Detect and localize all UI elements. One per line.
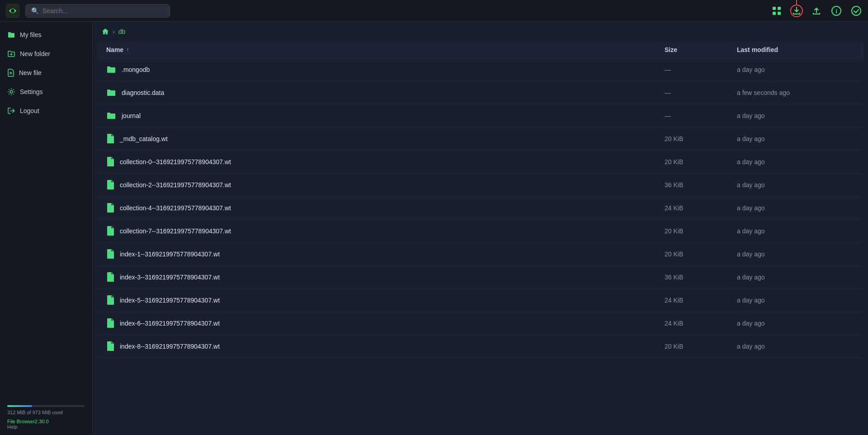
file-icon: [106, 295, 114, 305]
file-modified: a day ago: [737, 320, 854, 327]
svg-point-1: [11, 9, 14, 13]
check-button[interactable]: [850, 5, 863, 17]
file-icon: [106, 272, 114, 282]
file-icon: [106, 249, 114, 259]
file-name-cell: collection-0--3169219975778904307.wt: [106, 157, 665, 167]
svg-text:i: i: [835, 8, 837, 14]
breadcrumb-separator: ›: [113, 28, 115, 35]
sidebar-item-label: My files: [20, 31, 41, 38]
sort-arrow-icon: ↑: [126, 47, 129, 53]
file-icon: [106, 134, 114, 144]
file-size: 20 KiB: [665, 158, 737, 165]
file-size: 36 KiB: [665, 181, 737, 189]
table-row[interactable]: index-5--3169219975778904307.wt 24 KiB a…: [97, 289, 863, 312]
file-modified: a day ago: [737, 227, 854, 235]
file-name: collection-2--3169219975778904307.wt: [120, 181, 231, 189]
table-body: .mongodb — a day ago diagnostic.data — a…: [97, 58, 863, 358]
file-icon: [106, 157, 114, 167]
svg-point-8: [852, 6, 861, 15]
upload-button[interactable]: [810, 5, 823, 17]
sidebar-item-label: Settings: [20, 88, 43, 95]
file-name: index-3--3169219975778904307.wt: [120, 274, 220, 281]
file-size: 24 KiB: [665, 320, 737, 327]
download-button[interactable]: [790, 5, 803, 17]
file-size: 20 KiB: [665, 251, 737, 258]
info-button[interactable]: i: [830, 5, 843, 17]
table-row[interactable]: index-8--3169219975778904307.wt 20 KiB a…: [97, 335, 863, 358]
grid-view-button[interactable]: [770, 5, 783, 17]
file-name: diagnostic.data: [122, 89, 164, 96]
breadcrumb-home[interactable]: [102, 28, 109, 35]
sidebar-item-settings[interactable]: Settings: [0, 82, 92, 101]
help-link[interactable]: Help: [7, 424, 85, 430]
sidebar-item-new-file[interactable]: New file: [0, 63, 92, 82]
file-name-cell: index-6--3169219975778904307.wt: [106, 318, 665, 328]
table-row[interactable]: index-6--3169219975778904307.wt 24 KiB a…: [97, 312, 863, 335]
table-row[interactable]: collection-4--3169219975778904307.wt 24 …: [97, 197, 863, 220]
file-name-cell: collection-2--3169219975778904307.wt: [106, 180, 665, 190]
file-name: collection-7--3169219975778904307.wt: [120, 227, 231, 235]
folder-icon: [106, 65, 116, 75]
table-row[interactable]: index-3--3169219975778904307.wt 36 KiB a…: [97, 266, 863, 289]
file-icon: [106, 318, 114, 328]
file-modified: a day ago: [737, 112, 854, 119]
svg-rect-4: [773, 12, 776, 15]
file-table: Name ↑ Size Last modified .mongodb — a d…: [93, 42, 868, 435]
file-name: .mongodb: [122, 66, 150, 73]
file-name-cell: index-1--3169219975778904307.wt: [106, 249, 665, 259]
table-row[interactable]: _mdb_catalog.wt 20 KiB a day ago: [97, 128, 863, 151]
file-modified: a day ago: [737, 251, 854, 258]
file-name: journal: [122, 112, 141, 119]
table-row[interactable]: collection-2--3169219975778904307.wt 36 …: [97, 174, 863, 197]
settings-icon: [7, 88, 15, 96]
sidebar-item-my-files[interactable]: My files: [0, 25, 92, 44]
sidebar-item-logout[interactable]: Logout: [0, 101, 92, 120]
file-modified: a day ago: [737, 135, 854, 142]
version-label: File Browser2.30.0: [7, 419, 85, 424]
file-size: 20 KiB: [665, 343, 737, 350]
file-icon: [106, 203, 114, 213]
table-row[interactable]: index-1--3169219975778904307.wt 20 KiB a…: [97, 243, 863, 266]
file-modified: a day ago: [737, 66, 854, 73]
table-row[interactable]: collection-0--3169219975778904307.wt 20 …: [97, 151, 863, 174]
storage-label: 312 MiB of 973 MiB used: [7, 410, 85, 415]
file-modified: a day ago: [737, 158, 854, 165]
file-size: —: [665, 112, 737, 119]
topbar-actions: i: [770, 5, 863, 17]
file-modified: a few seconds ago: [737, 89, 854, 96]
svg-point-9: [10, 90, 13, 93]
file-name: index-6--3169219975778904307.wt: [120, 320, 220, 327]
file-icon: [106, 180, 114, 190]
file-size: 20 KiB: [665, 227, 737, 235]
svg-rect-2: [773, 7, 776, 10]
file-name-cell: collection-7--3169219975778904307.wt: [106, 226, 665, 236]
file-modified: a day ago: [737, 343, 854, 350]
file-size: 24 KiB: [665, 297, 737, 304]
storage-bar-fill: [7, 405, 32, 407]
table-row[interactable]: .mongodb — a day ago: [97, 58, 863, 81]
sidebar-item-new-folder[interactable]: New folder: [0, 44, 92, 63]
file-name-cell: diagnostic.data: [106, 88, 665, 98]
app-logo[interactable]: [5, 4, 20, 18]
sidebar-item-label: Logout: [20, 107, 39, 114]
file-name-cell: index-5--3169219975778904307.wt: [106, 295, 665, 305]
file-name-cell: index-8--3169219975778904307.wt: [106, 341, 665, 351]
file-size: 36 KiB: [665, 274, 737, 281]
table-row[interactable]: diagnostic.data — a few seconds ago: [97, 81, 863, 104]
search-input[interactable]: [42, 7, 164, 14]
folder-icon: [106, 88, 116, 98]
sidebar-item-label: New file: [19, 69, 42, 76]
file-size: 20 KiB: [665, 135, 737, 142]
sidebar-item-label: New folder: [20, 50, 50, 57]
file-name: collection-0--3169219975778904307.wt: [120, 158, 231, 165]
file-size: —: [665, 89, 737, 96]
table-row[interactable]: collection-7--3169219975778904307.wt 20 …: [97, 220, 863, 243]
file-icon: [106, 341, 114, 351]
column-name: Name ↑: [106, 46, 665, 53]
new-folder-icon: [7, 50, 15, 58]
breadcrumb-current[interactable]: db: [118, 28, 126, 35]
table-row[interactable]: journal — a day ago: [97, 104, 863, 128]
file-name: collection-4--3169219975778904307.wt: [120, 204, 231, 212]
logout-icon: [7, 107, 15, 115]
folder-icon: [7, 31, 15, 39]
